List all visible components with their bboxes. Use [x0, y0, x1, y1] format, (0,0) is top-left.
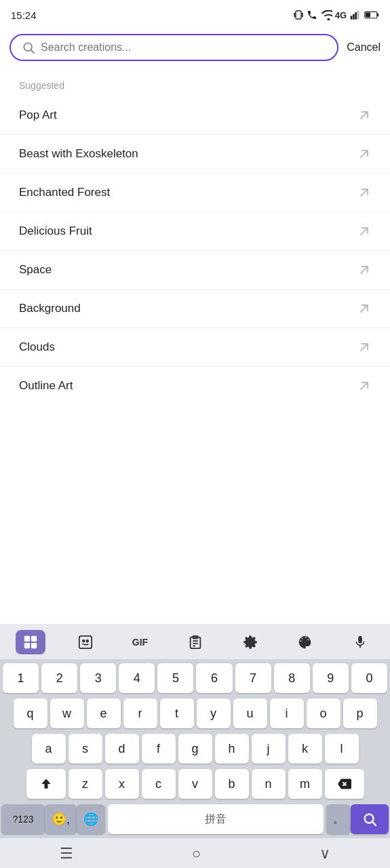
status-icons: 4G — [293, 9, 379, 20]
key-t[interactable]: t — [160, 698, 194, 728]
key-2[interactable]: 2 — [41, 663, 77, 693]
suggestion-text: Space — [19, 263, 52, 277]
svg-line-33 — [372, 822, 376, 825]
key-b[interactable]: b — [215, 769, 249, 799]
key-n[interactable]: n — [252, 769, 286, 799]
list-item[interactable]: Space — [0, 251, 390, 290]
key-a[interactable]: a — [32, 734, 66, 764]
key-0[interactable]: 0 — [351, 663, 387, 693]
list-item[interactable]: Background — [0, 290, 390, 328]
keyboard-clipboard-button[interactable] — [180, 630, 210, 654]
svg-line-16 — [361, 267, 368, 273]
key-j[interactable]: j — [252, 734, 286, 764]
key-1[interactable]: 1 — [3, 663, 39, 693]
svg-rect-8 — [377, 14, 378, 17]
svg-line-15 — [361, 228, 368, 235]
keyboard-gif-button[interactable]: GIF — [125, 630, 155, 654]
key-v[interactable]: v — [178, 769, 212, 799]
list-item[interactable]: Pop Art — [0, 96, 390, 135]
space-key[interactable]: 拼音 — [108, 804, 324, 834]
nav-back-button[interactable]: ∨ — [319, 845, 330, 863]
key-p[interactable]: p — [343, 698, 377, 728]
key-w[interactable]: w — [50, 698, 84, 728]
symbol-key[interactable]: ?123 — [1, 804, 45, 834]
key-k[interactable]: k — [288, 734, 322, 764]
keyboard-mic-button[interactable] — [345, 630, 375, 654]
nav-menu-button[interactable]: ☰ — [60, 845, 73, 863]
suggestion-text: Beast with Exoskeleton — [19, 147, 138, 161]
key-3[interactable]: 3 — [80, 663, 116, 693]
svg-rect-5 — [355, 12, 357, 20]
key-c[interactable]: c — [142, 769, 176, 799]
list-item[interactable]: Enchanted Forest — [0, 174, 390, 212]
keyboard-grid-button[interactable] — [16, 630, 45, 654]
keyboard-row-asdf: a s d f g h j k l — [0, 731, 390, 766]
key-8[interactable]: 8 — [274, 663, 310, 693]
key-9[interactable]: 9 — [313, 663, 349, 693]
suggestion-text: Background — [19, 302, 81, 315]
arrow-icon — [357, 224, 371, 238]
svg-rect-1 — [301, 13, 303, 18]
key-x[interactable]: x — [105, 769, 139, 799]
key-y[interactable]: y — [197, 698, 231, 728]
key-m[interactable]: m — [288, 769, 322, 799]
keyboard: GIF 1 2 3 4 — [0, 624, 390, 868]
search-enter-icon — [362, 812, 377, 827]
list-item[interactable]: Outline Art — [0, 367, 390, 405]
signal-icon — [349, 9, 362, 20]
emoji-face-key[interactable]: 🙂, — [45, 804, 77, 834]
arrow-icon — [357, 263, 371, 277]
keyboard-number-row: 1 2 3 4 5 6 7 8 9 0 — [0, 659, 390, 696]
search-input-wrap[interactable] — [9, 34, 338, 61]
keyboard-settings-button[interactable] — [235, 630, 265, 654]
shift-key[interactable] — [26, 769, 66, 799]
svg-line-11 — [31, 50, 35, 54]
cancel-button[interactable]: Cancel — [347, 41, 381, 54]
svg-rect-6 — [357, 10, 359, 19]
key-e[interactable]: e — [87, 698, 121, 728]
svg-point-25 — [82, 640, 84, 642]
keyboard-search-key[interactable] — [351, 804, 389, 834]
nav-bar: ☰ ○ ∨ — [0, 838, 390, 868]
list-item[interactable]: Clouds — [0, 328, 390, 367]
key-u[interactable]: u — [233, 698, 267, 728]
key-6[interactable]: 6 — [196, 663, 232, 693]
key-4[interactable]: 4 — [119, 663, 155, 693]
shift-icon — [39, 777, 53, 791]
key-g[interactable]: g — [178, 734, 212, 764]
key-s[interactable]: s — [69, 734, 102, 764]
key-i[interactable]: i — [270, 698, 304, 728]
keyboard-emoji-button[interactable] — [71, 630, 100, 654]
svg-rect-24 — [79, 636, 91, 648]
mic-icon — [353, 635, 368, 650]
search-input[interactable] — [41, 41, 326, 54]
key-z[interactable]: z — [69, 769, 102, 799]
grid-icon — [23, 635, 38, 650]
key-f[interactable]: f — [142, 734, 176, 764]
palette-icon — [298, 635, 313, 650]
backspace-key[interactable] — [325, 769, 364, 799]
svg-rect-9 — [366, 12, 370, 17]
period-key[interactable]: 。 — [326, 804, 351, 834]
status-time: 15:24 — [11, 9, 37, 21]
svg-rect-4 — [353, 14, 355, 20]
keyboard-palette-button[interactable] — [290, 630, 320, 654]
key-7[interactable]: 7 — [235, 663, 271, 693]
list-item[interactable]: Delicious Fruit — [0, 212, 390, 251]
key-d[interactable]: d — [105, 734, 139, 764]
key-h[interactable]: h — [215, 734, 249, 764]
key-q[interactable]: q — [14, 698, 47, 728]
globe-key[interactable]: 🌐 — [77, 804, 105, 834]
svg-line-14 — [361, 189, 368, 196]
backspace-icon — [338, 777, 351, 791]
svg-rect-3 — [351, 16, 353, 19]
clipboard-icon — [188, 635, 203, 650]
search-bar-row: Cancel — [0, 27, 390, 68]
key-r[interactable]: r — [123, 698, 157, 728]
key-o[interactable]: o — [307, 698, 340, 728]
list-item[interactable]: Beast with Exoskeleton — [0, 135, 390, 174]
arrow-icon — [357, 186, 371, 199]
key-5[interactable]: 5 — [157, 663, 193, 693]
nav-home-button[interactable]: ○ — [192, 845, 201, 863]
key-l[interactable]: l — [325, 734, 359, 764]
